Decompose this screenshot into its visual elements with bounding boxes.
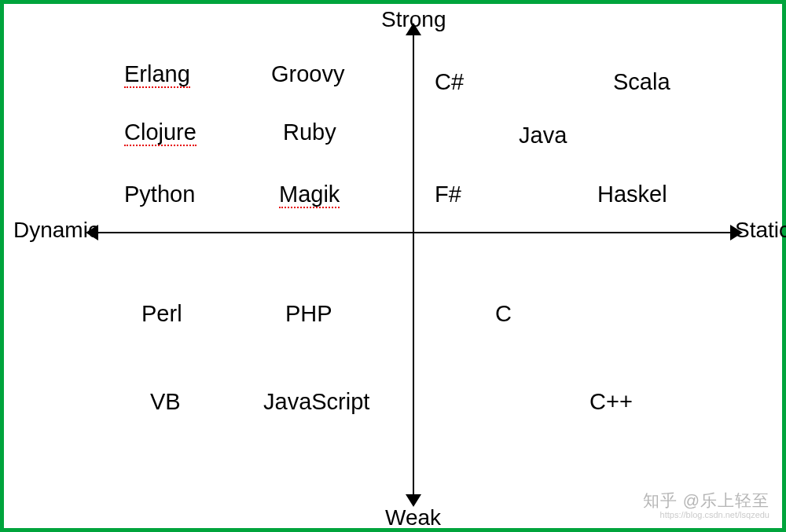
x-axis-line	[97, 232, 733, 233]
lang-magik: Magik	[279, 182, 340, 208]
watermark-main: 知乎 @乐上轻至	[643, 491, 769, 510]
lang-haskel: Haskel	[597, 182, 667, 207]
lang-cpp: C++	[590, 389, 633, 415]
watermark: 知乎 @乐上轻至 https://blog.csdn.net/lsqzedu	[643, 491, 769, 520]
lang-ruby: Ruby	[283, 119, 336, 145]
diagram-frame: Strong Weak Dynamic Static Erlang Groovy…	[0, 0, 786, 532]
axis-label-strong: Strong	[381, 7, 446, 32]
y-axis-line	[413, 32, 414, 497]
lang-perl: Perl	[141, 301, 182, 327]
lang-php: PHP	[285, 301, 332, 327]
lang-vb: VB	[150, 389, 181, 415]
axis-label-dynamic: Dynamic	[13, 218, 99, 243]
axis-label-static: Static	[735, 218, 786, 243]
lang-erlang: Erlang	[124, 61, 190, 88]
lang-javascript: JavaScript	[263, 389, 369, 415]
lang-groovy: Groovy	[271, 61, 344, 87]
watermark-sub: https://blog.csdn.net/lsqzedu	[643, 510, 769, 520]
lang-python: Python	[124, 182, 195, 207]
lang-clojure: Clojure	[124, 119, 196, 146]
axis-label-weak: Weak	[385, 505, 441, 530]
lang-java: Java	[519, 123, 567, 149]
quadrant-plot: Strong Weak Dynamic Static Erlang Groovy…	[4, 4, 782, 528]
lang-scala: Scala	[613, 69, 670, 95]
lang-fsharp: F#	[435, 182, 461, 207]
lang-csharp: C#	[435, 69, 464, 95]
lang-c: C	[495, 301, 512, 327]
